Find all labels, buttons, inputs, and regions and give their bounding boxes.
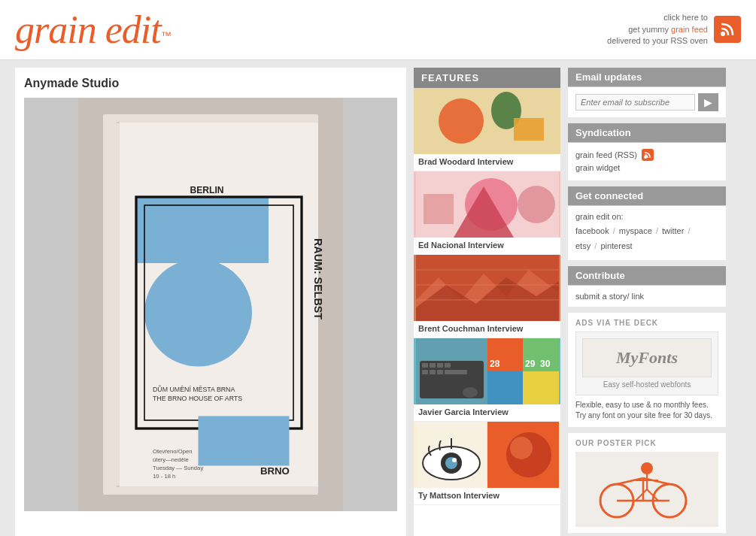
rss-feed-row: grain feed (RSS) (575, 149, 718, 161)
social-links: facebook / myspace / twitter / etsy / pi… (575, 224, 718, 254)
center-column: FEATURES Brad Woodard Interview (414, 68, 560, 536)
site-logo[interactable]: grain edit (15, 8, 161, 51)
ads-header: ADS VIA THE DECK (575, 319, 718, 327)
features-header: FEATURES (414, 68, 560, 88)
ad-subtitle: Easy self-hosted webfonts (582, 380, 712, 389)
twitter-link[interactable]: twitter (662, 226, 684, 235)
svg-rect-4 (136, 197, 269, 263)
rss-line2-prefix: get yummy (628, 25, 671, 34)
connected-header: Get connected (568, 186, 726, 206)
svg-point-57 (452, 458, 457, 462)
syndication-section: Syndication grain feed (RSS) grain widge… (568, 123, 726, 180)
pinterest-link[interactable]: pinterest (600, 241, 632, 250)
contribute-header: Contribute (568, 266, 726, 286)
svg-text:BERLIN: BERLIN (190, 185, 224, 195)
ad-description: Flexible, easy to use & no monthly fees.… (575, 400, 718, 421)
grain-widget-row: grain widget (575, 163, 718, 172)
svg-point-5 (144, 259, 252, 367)
svg-point-0 (721, 32, 725, 36)
email-submit-button[interactable]: ▶ (698, 93, 718, 111)
svg-rect-37 (430, 363, 436, 368)
email-section-header: Email updates (568, 68, 726, 87)
section-title: Anymade Studio (24, 77, 397, 90)
email-section: Email updates ▶ (568, 68, 726, 117)
svg-text:29: 29 (525, 359, 536, 369)
svg-rect-36 (422, 363, 428, 368)
feature-img-brad (414, 88, 560, 154)
myspace-link[interactable]: myspace (619, 226, 652, 235)
svg-rect-41 (430, 370, 436, 374)
svg-rect-48 (487, 371, 523, 404)
svg-text:DŮM UMĚNÍ MĚSTA BRNA: DŮM UMĚNÍ MĚSTA BRNA (153, 385, 235, 393)
main-image: BERLIN RAUM: SELBST DŮM UMĚNÍ MĚSTA BRNA… (24, 98, 397, 511)
poster-image[interactable] (575, 452, 718, 527)
feature-item-brent[interactable]: Brent Couchman Interview (414, 255, 560, 338)
ad-title: MyFonts (589, 348, 705, 368)
feature-label-ed: Ed Nacional Interview (414, 238, 560, 254)
feature-label-brent: Brent Couchman Interview (414, 321, 560, 338)
feature-item-ed[interactable]: Ed Nacional Interview (414, 171, 560, 255)
feature-img-brent (414, 255, 560, 321)
grain-edit-on-label: grain edit on: (575, 212, 718, 221)
ads-section: ADS VIA THE DECK MyFonts Easy self-hoste… (568, 313, 726, 427)
feature-item-javier[interactable]: 28 29 30 Javier Garcia Interview (414, 338, 560, 422)
contribute-section: Contribute submit a story/ link (568, 266, 726, 307)
svg-rect-28 (424, 194, 454, 224)
sep4: / (594, 241, 599, 250)
facebook-link[interactable]: facebook (575, 226, 609, 235)
feature-label-javier: Javier Garcia Interview (414, 404, 560, 421)
svg-point-60 (510, 437, 533, 459)
right-column: Email updates ▶ Syndication grain feed (… (568, 68, 726, 536)
svg-point-70 (641, 462, 653, 474)
submit-story-link[interactable]: submit a story/ link (575, 292, 644, 301)
feature-item-ty[interactable]: Ty Mattson Interview (414, 422, 560, 505)
svg-rect-24 (514, 118, 544, 141)
feature-label-ty: Ty Mattson Interview (414, 488, 560, 504)
svg-text:Tuesday — Sunday: Tuesday — Sunday (153, 465, 203, 471)
svg-point-44 (463, 387, 478, 398)
svg-text:Otevřeno/Open: Otevřeno/Open (153, 448, 193, 455)
svg-rect-43 (445, 370, 467, 374)
svg-rect-40 (422, 370, 428, 374)
grain-widget-label[interactable]: grain widget (575, 163, 620, 172)
rss-text: click here to get yummy grain feed deliv… (607, 12, 708, 47)
poster-section: OUR POSTER PICK (568, 433, 726, 533)
syndication-header: Syndication (568, 123, 726, 143)
svg-point-22 (439, 98, 484, 144)
svg-text:útery—neděle: útery—neděle (153, 456, 189, 463)
svg-text:10 - 18 h: 10 - 18 h (153, 473, 175, 480)
contribute-link-wrap: submit a story/ link (575, 292, 718, 301)
svg-rect-39 (445, 363, 451, 368)
etsy-link[interactable]: etsy (575, 241, 591, 250)
svg-point-61 (644, 156, 647, 159)
email-form: ▶ (575, 93, 718, 111)
svg-text:THE BRNO HOUSE OF ARTS: THE BRNO HOUSE OF ARTS (153, 395, 242, 402)
svg-rect-38 (437, 363, 443, 368)
logo-trademark: ™ (161, 29, 172, 41)
header: grain edit™ click here to get yummy grai… (0, 0, 756, 60)
book-cover-image: BERLIN RAUM: SELBST DŮM UMĚNÍ MĚSTA BRNA… (24, 98, 397, 511)
rss-area: click here to get yummy grain feed deliv… (607, 12, 741, 47)
email-input[interactable] (575, 94, 695, 111)
sep3: / (688, 226, 690, 235)
rss-feed-link[interactable]: grain feed (671, 25, 708, 34)
sep1: / (613, 226, 618, 235)
svg-rect-49 (523, 371, 559, 404)
svg-text:RAUM: SELBST: RAUM: SELBST (312, 238, 324, 319)
rss-line3: delivered to your RSS oven (607, 36, 708, 45)
rss-small-icon (642, 149, 654, 161)
sep2: / (656, 226, 660, 235)
svg-text:30: 30 (540, 359, 551, 369)
left-column: Anymade Studio BERLIN RAUM: SE (15, 68, 406, 536)
feature-item-brad[interactable]: Brad Woodard Interview (414, 88, 560, 171)
svg-point-29 (518, 186, 555, 223)
feature-img-javier: 28 29 30 (414, 338, 560, 404)
rss-icon[interactable] (714, 16, 741, 43)
feature-img-ty (414, 422, 560, 488)
svg-text:28: 28 (490, 359, 500, 369)
poster-header: OUR POSTER PICK (575, 439, 718, 447)
ad-box[interactable]: MyFonts Easy self-hosted webfonts (575, 332, 718, 395)
main-content: Anymade Studio BERLIN RAUM: SE (0, 60, 756, 536)
logo-area: grain edit™ (15, 8, 172, 52)
rss-feed-label[interactable]: grain feed (RSS) (575, 150, 637, 159)
